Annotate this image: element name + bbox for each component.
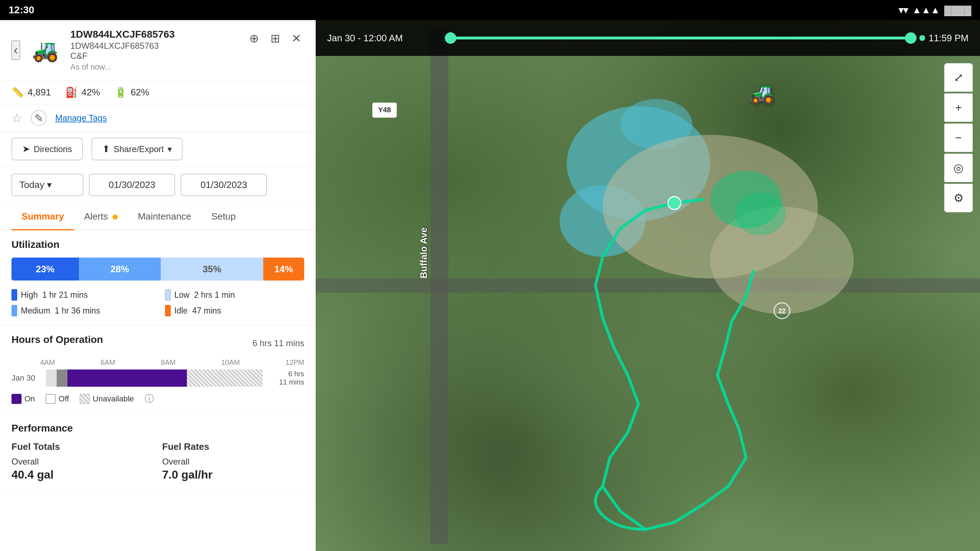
hours-header: Hours of Operation 6 hrs 11 mins — [11, 334, 304, 353]
op-legend: On Off Unavailable ⓘ — [11, 392, 304, 405]
timeline-thumb-left[interactable] — [445, 32, 456, 44]
svg-text:Buffalo Ave: Buffalo Ave — [418, 227, 429, 279]
action-buttons: ➤ Directions ⬆ Share/Export ▾ — [0, 132, 316, 166]
timeline-thumb-right[interactable] — [905, 32, 916, 44]
legend-unavail-label: Unavailable — [92, 394, 134, 404]
svg-point-14 — [668, 197, 681, 210]
util-medium: 28% — [79, 258, 161, 280]
status-bar: 12:30 ▾▾ ▲▲▲ ▓▓▓▓ — [0, 0, 980, 20]
legend-unavailable: Unavailable — [80, 394, 134, 404]
legend-idle: Idle 47 mins — [165, 305, 304, 316]
timeline-row-label: Jan 30 — [11, 373, 40, 383]
fuel-totals-col: Fuel Totals Overall 40.4 gal — [11, 441, 154, 481]
start-date-input[interactable] — [89, 174, 175, 196]
svg-point-7 — [710, 171, 782, 228]
signal-icon: ▲▲▲ — [912, 5, 940, 16]
utilization-title: Utilization — [11, 239, 304, 250]
map-start-time: Jan 30 - 12:00 AM — [327, 33, 442, 44]
end-date-input[interactable] — [181, 174, 267, 196]
legend-high-label: High 1 hr 21 mins — [21, 290, 88, 300]
legend-high: High 1 hr 21 mins — [11, 289, 151, 301]
util-high: 23% — [11, 258, 79, 280]
zoom-out-button[interactable]: − — [944, 123, 973, 152]
grid-view-button[interactable]: ⊞ — [267, 29, 283, 48]
map-area[interactable]: Jan 30 - 12:00 AM 11:59 PM — [316, 20, 980, 551]
battery-stat-icon: 🔋 — [115, 86, 127, 98]
date-preset-select[interactable]: Today ▾ — [11, 174, 83, 196]
directions-button[interactable]: ➤ Directions — [11, 138, 83, 160]
tab-setup[interactable]: Setup — [201, 204, 246, 230]
manage-tags-button[interactable]: Manage Tags — [55, 113, 107, 123]
mileage-stat: 📏 4,891 — [11, 86, 51, 98]
svg-point-6 — [710, 207, 854, 314]
zoom-in-button[interactable]: + — [944, 93, 973, 122]
tab-summary[interactable]: Summary — [11, 204, 74, 230]
tab-maintenance[interactable]: Maintenance — [128, 204, 201, 230]
legend-dot-high — [11, 289, 17, 301]
hours-title: Hours of Operation — [11, 334, 103, 346]
hours-total: 6 hrs 11 mins — [253, 338, 304, 348]
share-export-button[interactable]: ⬆ Share/Export ▾ — [91, 138, 183, 160]
directions-icon: ➤ — [22, 143, 30, 154]
fullscreen-button[interactable]: ⤢ — [944, 63, 973, 92]
svg-point-4 — [620, 99, 692, 149]
status-time: 12:30 — [9, 4, 35, 16]
share-export-label: Share/Export — [114, 144, 164, 154]
svg-rect-1 — [316, 279, 980, 293]
segment-gray — [57, 369, 67, 387]
fuel-rates-col: Fuel Rates Overall 7.0 gal/hr — [162, 441, 304, 481]
legend-box-off — [46, 394, 56, 404]
close-button[interactable]: ✕ — [289, 29, 304, 48]
directions-label: Directions — [34, 144, 72, 154]
vehicle-header: ‹ 🚜 1DW844LXCJF685763 1DW844LXCJF685763 … — [0, 20, 316, 81]
map-controls: ⤢ + − ◎ ⚙ — [944, 63, 973, 212]
segment-unavail — [187, 369, 262, 387]
timeline-track[interactable] — [450, 37, 911, 40]
vehicle-subid: 1DW844LXCJF685763 — [70, 41, 175, 51]
locate-button[interactable]: ◎ — [944, 153, 973, 182]
edit-button[interactable]: ✎ — [31, 110, 47, 126]
map-svg: 22 Y48 Buffalo Ave — [316, 20, 980, 551]
svg-rect-0 — [430, 27, 449, 544]
performance-grid: Fuel Totals Overall 40.4 gal Fuel Rates … — [11, 441, 304, 481]
back-button[interactable]: ‹ — [11, 41, 20, 60]
favorite-button[interactable]: ☆ — [11, 111, 22, 125]
legend-on: On — [11, 394, 35, 404]
util-low: 35% — [161, 258, 263, 280]
green-dot-icon — [920, 35, 925, 41]
fuel-totals-title: Fuel Totals — [11, 441, 154, 452]
fuel-rates-overall-value: 7.0 gal/hr — [162, 468, 304, 481]
segment-on — [67, 369, 186, 387]
settings-button[interactable]: ⚙ — [944, 184, 973, 212]
legend-on-label: On — [24, 394, 35, 404]
time-6am: 6AM — [100, 358, 115, 366]
mileage-value: 4,891 — [28, 87, 51, 98]
segment-off-left — [46, 369, 57, 387]
header-actions: ⊕ ⊞ ✕ — [247, 29, 304, 48]
svg-point-8 — [735, 192, 786, 235]
legend-low: Low 2 hrs 1 min — [165, 289, 304, 301]
fuel-stat: ⛽ 42% — [65, 86, 100, 98]
utilization-section: Utilization 23% 28% 35% 14% High 1 hr 21… — [0, 230, 316, 325]
svg-text:Y48: Y48 — [378, 106, 391, 114]
aerial-map[interactable]: 22 Y48 Buffalo Ave 🚜 — [316, 20, 980, 551]
status-icons: ▾▾ ▲▲▲ ▓▓▓▓ — [899, 5, 971, 16]
date-preset-label: Today — [19, 179, 44, 191]
map-timeline: Jan 30 - 12:00 AM 11:59 PM — [316, 20, 980, 56]
chevron-down-icon: ▾ — [47, 179, 52, 191]
legend-dot-medium — [11, 305, 17, 316]
svg-point-9 — [774, 303, 790, 318]
timeline-hours-label: 6 hrs11 mins — [268, 370, 304, 386]
svg-text:22: 22 — [778, 307, 786, 315]
fuel-overall-label: Overall — [11, 457, 154, 467]
tab-alerts[interactable]: Alerts — [74, 204, 128, 230]
legend-box-on — [11, 394, 22, 404]
time-12pm: 12PM — [286, 358, 304, 366]
help-icon[interactable]: ⓘ — [145, 392, 154, 405]
utilization-bar: 23% 28% 35% 14% — [11, 258, 304, 280]
share-window-button[interactable]: ⊕ — [247, 29, 262, 48]
timeline-fill — [450, 37, 911, 40]
legend-idle-label: Idle 47 mins — [174, 306, 221, 316]
time-10am: 10AM — [221, 358, 240, 366]
share-icon: ⬆ — [102, 143, 110, 154]
